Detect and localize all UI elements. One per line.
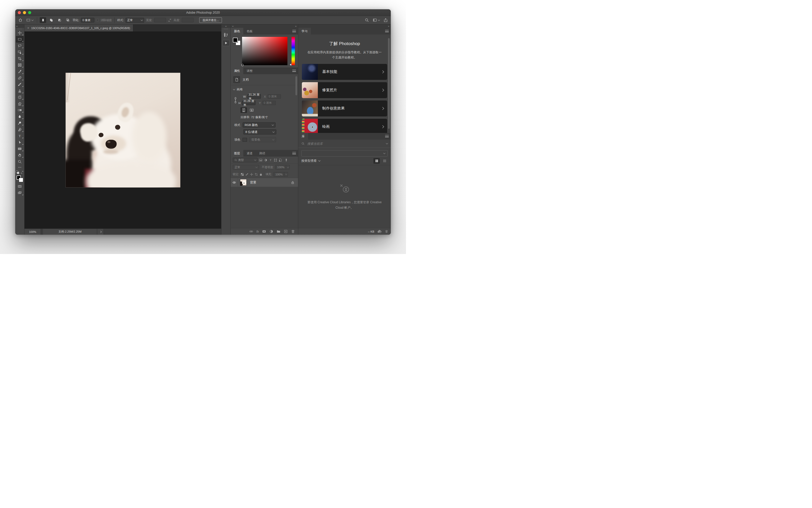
library-search-input[interactable] [307, 142, 384, 146]
hue-slider[interactable] [291, 37, 295, 65]
type-tool[interactable]: T [16, 133, 24, 139]
color-mode-select[interactable]: RGB 颜色 [243, 122, 276, 128]
tab-channels[interactable]: 通道 [243, 150, 256, 157]
delete-library-item-icon[interactable] [385, 230, 388, 233]
workspace-switcher-icon[interactable] [372, 17, 381, 23]
document-sizes[interactable]: 文档:2.25M/2.25M [43, 229, 97, 235]
lock-all-icon[interactable] [259, 173, 262, 176]
tab-learn[interactable]: 学习 [298, 28, 311, 35]
tool-preset-marquee-icon[interactable] [25, 17, 34, 23]
search-icon[interactable] [364, 17, 370, 23]
default-colors-icon[interactable] [16, 171, 19, 174]
list-view-button[interactable] [381, 158, 388, 164]
canvas-x-input[interactable]: 0 厘米 [268, 94, 281, 99]
tab-swatches[interactable]: 色板 [243, 28, 256, 35]
canvas-y-input[interactable]: 0 厘米 [262, 101, 276, 105]
close-window-button[interactable] [18, 11, 21, 14]
rectangle-tool[interactable] [16, 145, 24, 152]
tab-libraries[interactable]: 库 [298, 133, 308, 140]
tab-paths[interactable]: 路径 [256, 150, 269, 157]
eyedropper-tool[interactable] [16, 68, 24, 75]
dodge-tool[interactable] [16, 120, 24, 126]
clone-stamp-tool[interactable] [16, 88, 24, 94]
link-dimensions-icon[interactable] [234, 97, 237, 103]
foreground-background-swatches[interactable] [16, 175, 23, 182]
blend-mode-select[interactable]: 正常 [233, 165, 259, 170]
intersect-selection-button[interactable] [65, 17, 71, 23]
pen-tool[interactable] [16, 126, 24, 133]
filter-toggle-icon[interactable] [285, 159, 288, 162]
zoom-level[interactable]: 100% [25, 229, 41, 235]
tab-adjustments[interactable]: 调整 [243, 68, 256, 74]
new-layer-icon[interactable] [284, 229, 288, 234]
rectangular-marquee-tool[interactable] [16, 36, 24, 43]
layer-filter-select[interactable]: 类型 [233, 158, 257, 162]
select-and-mask-button[interactable]: 选择并遮住... [199, 17, 222, 23]
canvas-section-chevron-icon[interactable] [233, 88, 235, 90]
edit-toolbar-icon[interactable] [16, 165, 24, 170]
filter-smart-objects-icon[interactable] [279, 159, 282, 162]
tab-layers[interactable]: 图层 [231, 150, 243, 157]
color-foreground-swatch[interactable] [233, 38, 238, 43]
new-selection-button[interactable] [40, 17, 46, 23]
collapse-learn-column-icon[interactable] [388, 25, 389, 28]
history-brush-tool[interactable] [16, 94, 24, 100]
lock-position-icon[interactable] [250, 173, 253, 176]
lock-image-icon[interactable] [245, 173, 248, 176]
blur-tool[interactable] [16, 113, 24, 120]
view-by-type-label[interactable]: 按类型查看 [301, 159, 317, 163]
collapse-to-icons-icon[interactable] [295, 25, 296, 28]
landscape-orientation-button[interactable] [248, 108, 255, 113]
fill-color-swatch[interactable] [243, 138, 247, 142]
libraries-panel-menu-icon[interactable] [385, 135, 389, 137]
document-tab[interactable]: × 15CC0256-31B0-4046-80CC-3DB0FD8A5107_1… [25, 25, 133, 32]
opacity-input[interactable]: 100% [275, 165, 290, 170]
collapse-toolbar-icon[interactable] [16, 25, 17, 28]
add-layer-mask-icon[interactable] [262, 229, 266, 234]
filter-adjustment-layers-icon[interactable] [264, 159, 267, 162]
learn-scrollbar[interactable] [388, 38, 390, 129]
swap-dimensions-icon[interactable] [168, 18, 172, 22]
tab-color[interactable]: 颜色 [231, 28, 243, 35]
dock-grip[interactable] [224, 29, 229, 29]
grid-view-button[interactable] [373, 158, 380, 164]
color-panel-menu-icon[interactable] [292, 30, 296, 33]
view-by-type-chevron-icon[interactable] [318, 160, 320, 162]
delete-layer-icon[interactable] [291, 229, 295, 234]
layer-name[interactable]: 背景 [250, 180, 291, 185]
tutorial-card-retouch-photos[interactable]: 修复照片 [302, 82, 387, 98]
fill-select[interactable]: 背景色 [249, 137, 276, 142]
spot-healing-brush-tool[interactable] [16, 75, 24, 81]
hue-marker[interactable] [290, 64, 291, 66]
link-layers-icon[interactable] [249, 229, 253, 234]
portrait-orientation-button[interactable] [241, 108, 247, 113]
new-adjustment-layer-icon[interactable] [269, 229, 273, 234]
tutorial-card-creative-effects[interactable]: 制作创意效果 [302, 100, 387, 117]
toolbar-grip[interactable] [17, 29, 22, 29]
filter-type-layers-icon[interactable]: T [269, 159, 272, 162]
tutorial-card-basic-skills[interactable]: 基本技能 [302, 64, 387, 80]
search-scope-chevron-icon[interactable] [386, 142, 388, 144]
collapse-to-icons-left[interactable] [232, 25, 234, 28]
properties-panel-menu-icon[interactable] [292, 70, 296, 72]
new-group-icon[interactable] [277, 229, 280, 234]
crop-tool[interactable] [16, 55, 24, 62]
minimize-window-button[interactable] [23, 11, 26, 14]
expand-panels-icon[interactable] [225, 25, 227, 28]
bit-depth-select[interactable]: 8 位/通道 [243, 129, 276, 134]
filter-shape-layers-icon[interactable] [274, 159, 277, 162]
library-select[interactable] [301, 150, 388, 157]
hand-tool[interactable] [16, 152, 24, 159]
move-tool[interactable] [16, 30, 24, 36]
style-select[interactable]: 正常 [126, 18, 144, 23]
layer-lock-icon[interactable] [291, 181, 294, 184]
height-input[interactable] [182, 18, 194, 23]
width-input[interactable] [154, 18, 166, 23]
canvas-height-input[interactable]: 31.26 厘米 [242, 101, 255, 105]
tab-properties[interactable]: 属性 [231, 68, 243, 74]
canvas-image[interactable] [66, 73, 180, 187]
properties-scrollbar[interactable] [295, 76, 297, 95]
layer-style-icon[interactable]: fx [256, 230, 259, 234]
history-panel-icon[interactable] [222, 32, 230, 38]
share-icon[interactable] [382, 17, 389, 23]
